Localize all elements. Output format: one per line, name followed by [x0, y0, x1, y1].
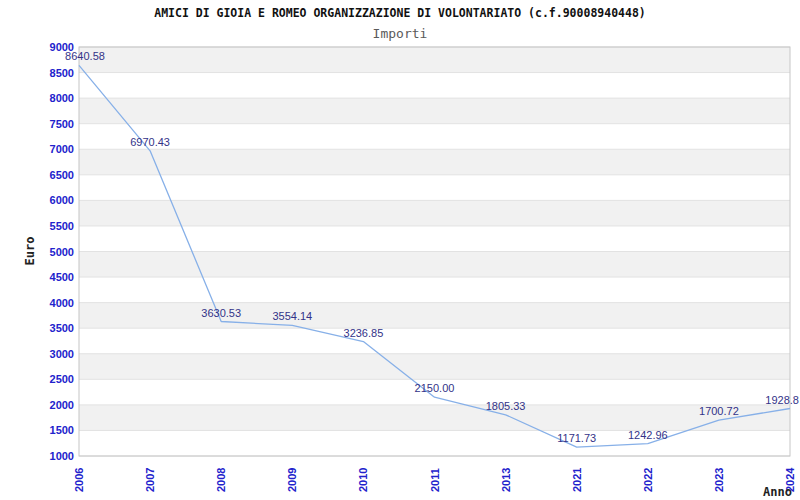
y-tick-label: 1000 [50, 450, 74, 462]
plot-band [79, 430, 790, 456]
plot-band [79, 277, 790, 303]
point-label: 3630.53 [201, 307, 241, 319]
x-tick-label: 2013 [500, 468, 512, 492]
y-tick-label: 5500 [50, 220, 74, 232]
point-label: 1171.73 [557, 432, 596, 444]
y-tick-label: 7500 [50, 118, 74, 130]
plot-band [79, 149, 790, 175]
line-chart: 9000850080007500700065006000550050004500… [0, 0, 800, 500]
x-axis-title: Anno [763, 485, 792, 499]
point-label: 1242.96 [628, 429, 668, 441]
point-label: 8640.58 [65, 50, 105, 62]
point-label: 1928.8 [765, 394, 799, 406]
y-tick-label: 6500 [50, 169, 74, 181]
y-axis-tick-labels: 9000850080007500700065006000550050004500… [50, 41, 74, 462]
y-tick-label: 6000 [50, 194, 74, 206]
x-tick-label: 2011 [429, 468, 441, 492]
x-tick-label: 2008 [215, 468, 227, 492]
x-tick-label: 2007 [144, 468, 156, 492]
plot-band [79, 303, 790, 329]
point-label: 6970.43 [130, 136, 170, 148]
plot-band [79, 73, 790, 99]
point-label: 1700.72 [699, 405, 739, 417]
plot-band [79, 354, 790, 380]
y-tick-label: 8000 [50, 92, 74, 104]
plot-band [79, 98, 790, 124]
point-label: 3236.85 [344, 327, 384, 339]
y-tick-label: 1500 [50, 424, 74, 436]
y-tick-label: 4500 [50, 271, 74, 283]
x-tick-label: 2009 [286, 468, 298, 492]
y-tick-label: 7000 [50, 143, 74, 155]
x-axis-tick-labels: 2006200720082009201020112013202120222023… [73, 467, 796, 492]
x-tick-label: 2021 [571, 468, 583, 492]
plot-band [79, 175, 790, 201]
plot-band [79, 328, 790, 354]
y-tick-label: 2500 [50, 373, 74, 385]
y-axis-title: Euro [23, 237, 37, 266]
y-tick-label: 3500 [50, 322, 74, 334]
chart-title: AMICI DI GIOIA E ROMEO ORGANIZZAZIONE DI… [154, 6, 646, 20]
plot-band [79, 124, 790, 150]
x-tick-label: 2006 [73, 468, 85, 492]
plot-band [79, 226, 790, 252]
point-label: 2150.00 [415, 382, 455, 394]
x-tick-label: 2022 [642, 468, 654, 492]
y-tick-label: 5000 [50, 246, 74, 258]
plot-band [79, 252, 790, 278]
y-tick-label: 4000 [50, 297, 74, 309]
y-tick-label: 8500 [50, 67, 74, 79]
y-tick-label: 3000 [50, 348, 74, 360]
point-label: 1805.33 [486, 400, 526, 412]
point-label: 3554.14 [272, 310, 312, 322]
plot-band [79, 47, 790, 73]
plot-band [79, 405, 790, 431]
x-tick-label: 2023 [713, 468, 725, 492]
x-tick-label: 2010 [357, 468, 369, 492]
plot-band [79, 200, 790, 226]
y-tick-label: 2000 [50, 399, 74, 411]
chart-subtitle: Importi [373, 26, 428, 41]
